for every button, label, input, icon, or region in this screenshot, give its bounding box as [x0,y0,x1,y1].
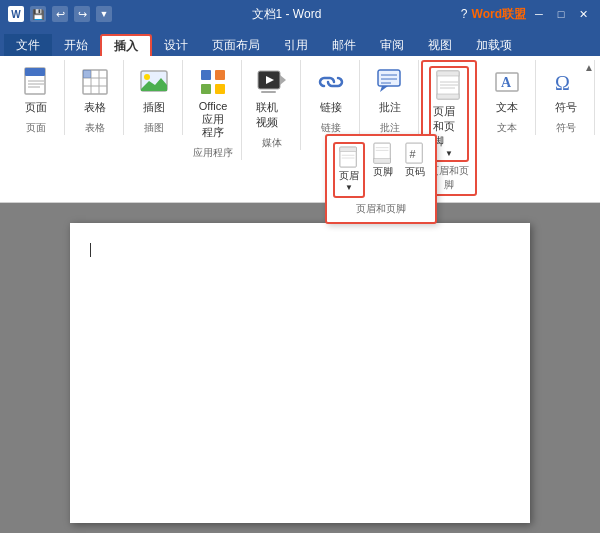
document-title: 文档1 - Word [252,6,322,23]
svg-marker-22 [380,86,388,92]
cover-page-label: 页面 [25,100,47,115]
svg-rect-13 [201,70,211,80]
svg-marker-18 [280,75,286,85]
cover-page-button[interactable]: 页面 [14,62,58,119]
header-dropdown-button[interactable]: 页眉 ▼ [333,142,365,198]
apps-group-label: 应用程序 [193,146,233,160]
svg-text:A: A [501,75,512,90]
text-label: 文本 [496,100,518,115]
tab-addins[interactable]: 加载项 [464,34,524,56]
table-label: 表格 [84,100,106,115]
links-group-label: 链接 [321,121,341,135]
svg-rect-14 [215,70,225,80]
svg-rect-16 [215,84,225,94]
link-icon [315,66,347,98]
ribbon-group-apps: Office 应用程序 应用程序 [185,60,242,160]
office-apps-button[interactable]: Office 应用程序 [191,62,235,144]
logo-text: Word联盟 [472,6,526,23]
customize-button[interactable]: ▼ [96,6,112,22]
comment-icon [374,66,406,98]
svg-rect-27 [437,71,459,76]
online-video-button[interactable]: 联机视频 [250,62,294,134]
header-dropdown-label: 页眉 [339,169,359,183]
tab-review[interactable]: 审阅 [368,34,416,56]
link-label: 链接 [320,100,342,115]
tab-references[interactable]: 引用 [272,34,320,56]
word-icon: W [8,6,24,22]
tab-insert[interactable]: 插入 [100,34,152,56]
pages-buttons: 页面 [14,60,58,119]
tab-home[interactable]: 开始 [52,34,100,56]
cursor [90,243,91,257]
symbols-group-label: 符号 [556,121,576,135]
svg-rect-10 [83,70,91,78]
link-button[interactable]: 链接 [309,62,353,119]
title-bar-left: W 💾 ↩ ↪ ▼ [8,6,112,22]
table-icon [79,66,111,98]
online-video-label: 联机视频 [256,100,288,130]
tab-layout[interactable]: 页面布局 [200,34,272,56]
tables-group-label: 表格 [85,121,105,135]
office-apps-icon [197,66,229,98]
svg-rect-40 [374,159,390,164]
redo-button[interactable]: ↪ [74,6,90,22]
ribbon-group-pages: 页面 页面 [8,60,65,135]
office-apps-label: Office 应用程序 [197,100,229,140]
footer-dropdown-icon [373,144,393,164]
tab-bar: 文件 开始 插入 设计 页面布局 引用 邮件 审阅 视图 加载项 [0,28,600,56]
comments-group-label: 批注 [380,121,400,135]
tab-view[interactable]: 视图 [416,34,464,56]
symbol-label: 符号 [555,100,577,115]
picture-button[interactable]: 插图 [132,62,176,119]
comment-label: 批注 [379,100,401,115]
pagenumber-dropdown-button[interactable]: # 页码 [401,142,429,181]
cover-page-icon [20,66,52,98]
online-video-icon [256,66,288,98]
svg-rect-19 [261,91,276,93]
tab-mailing[interactable]: 邮件 [320,34,368,56]
ribbon-group-illustrations: 插图 插图 [126,60,183,135]
ribbon-group-text: A 文本 文本 [479,60,536,135]
pagenumber-dropdown-icon: # [405,144,425,164]
text-group-label: 文本 [497,121,517,135]
ribbon-collapse-button[interactable]: ▲ [582,60,596,74]
tab-file[interactable]: 文件 [4,34,52,56]
illustrations-group-label: 插图 [144,121,164,135]
textbox-icon: A [491,66,523,98]
svg-rect-1 [25,68,45,76]
ribbon-group-media: 联机视频 媒体 [244,60,301,150]
save-button[interactable]: 💾 [30,6,46,22]
svg-rect-36 [340,147,356,152]
header-footer-dropdown-arrow: ▼ [445,149,453,158]
document-page[interactable] [70,223,530,523]
help-button[interactable]: ? [461,7,468,21]
svg-rect-21 [378,70,400,86]
undo-button[interactable]: ↩ [52,6,68,22]
picture-label: 插图 [143,100,165,115]
table-button[interactable]: 表格 [73,62,117,119]
header-footer-icon [433,70,465,102]
header-dropdown-arrow: ▼ [345,183,353,192]
comment-button[interactable]: 批注 [368,62,412,119]
picture-icon [138,66,170,98]
footer-dropdown-button[interactable]: 页脚 [369,142,397,181]
restore-button[interactable]: □ [552,5,570,23]
header-footer-label: 页眉和页脚 [433,104,465,149]
document-area [0,203,600,533]
textbox-button[interactable]: A 文本 [485,62,529,119]
header-footer-dropdown-popup: 页眉 ▼ 页脚 # [325,134,437,224]
close-button[interactable]: ✕ [574,5,592,23]
ribbon-group-tables: 表格 表格 [67,60,124,135]
ribbon: 页面 页面 表格 表格 [0,56,600,203]
ribbon-group-links: 链接 链接 [303,60,360,135]
header-dropdown-icon [339,148,359,168]
svg-point-12 [144,74,150,80]
minimize-button[interactable]: ─ [530,5,548,23]
pagenumber-dropdown-label: 页码 [405,165,425,179]
title-bar: W 💾 ↩ ↪ ▼ 文档1 - Word ? Word联盟 ─ □ ✕ [0,0,600,28]
title-right-controls: ? Word联盟 ─ □ ✕ [461,5,592,23]
media-group-label: 媒体 [262,136,282,150]
svg-text:#: # [410,148,416,160]
tab-design[interactable]: 设计 [152,34,200,56]
ribbon-group-comments: 批注 批注 [362,60,419,135]
